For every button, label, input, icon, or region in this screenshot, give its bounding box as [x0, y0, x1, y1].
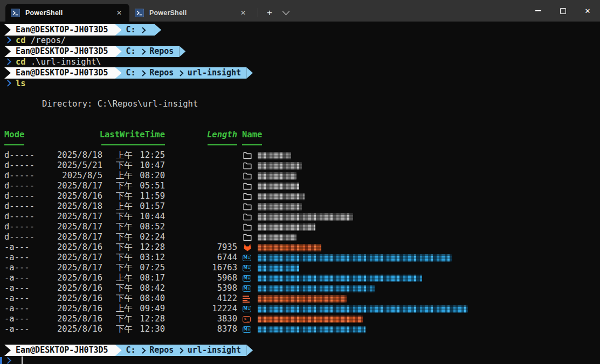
- meridiem-cell: 上午: [102, 201, 133, 212]
- prompt-chevron-icon: [4, 80, 11, 87]
- time-cell: 10:44: [133, 212, 165, 222]
- text-cursor: [22, 356, 23, 364]
- path-separator-chevron-icon: [178, 347, 184, 353]
- time-cell: 08:52: [133, 222, 165, 232]
- tab-powershell-inactive[interactable]: PowerShell ✕: [129, 4, 253, 22]
- length-cell: 16763: [165, 263, 237, 273]
- close-button[interactable]: ✕: [575, 0, 600, 22]
- tab-powershell-active[interactable]: PowerShell ✕: [5, 4, 129, 22]
- redacted-name: [258, 264, 299, 272]
- date-cell: 2025/8/16: [54, 304, 102, 314]
- file-icon-cell: [237, 172, 258, 180]
- mode-cell: -a---: [4, 283, 54, 293]
- terminal-window: PowerShell ✕ PowerShell ✕ + ✕ Ean@DESKTO…: [0, 0, 600, 364]
- redacted-name: [258, 183, 299, 190]
- directory-row: d-----2025/8/17下午05:51: [4, 181, 600, 191]
- time-cell: 12:28: [133, 242, 165, 253]
- redacted-name: [258, 295, 347, 303]
- mode-cell: -a---: [4, 314, 54, 324]
- command-text: cd: [16, 36, 26, 45]
- command-text: ls: [16, 79, 26, 88]
- powerline-arrow: [115, 24, 122, 36]
- powershell-icon: [135, 9, 144, 17]
- date-cell: 2025/8/17: [54, 263, 102, 273]
- powerline-arrow-end: [155, 24, 161, 36]
- length-cell: 5968: [165, 273, 237, 283]
- tab-close-icon[interactable]: ✕: [237, 7, 249, 19]
- markdown-icon: M↓: [243, 265, 251, 271]
- date-cell: 2025/8/17: [54, 232, 102, 242]
- mode-cell: d-----: [4, 222, 54, 232]
- date-cell: 2025/8/16: [54, 242, 102, 253]
- file-row: -a---2025/8/17下午03:126744M↓: [4, 253, 600, 263]
- mode-cell: d-----: [4, 160, 54, 171]
- meridiem-cell: 下午: [102, 314, 133, 324]
- new-tab-button[interactable]: +: [261, 5, 278, 19]
- tab-title: PowerShell: [25, 9, 113, 17]
- maximize-button[interactable]: [550, 0, 575, 22]
- time-cell: 08:40: [133, 293, 165, 304]
- file-icon-cell: M↓: [237, 275, 258, 282]
- powerline-arrow: [115, 67, 122, 79]
- mode-cell: d-----: [4, 181, 54, 191]
- header-name: Name: [242, 130, 600, 140]
- time-cell: 08:42: [133, 283, 165, 293]
- powerline-notch: [4, 46, 11, 57]
- redacted-name: [258, 254, 452, 262]
- redacted-name: [258, 285, 375, 292]
- redacted-name: [258, 213, 353, 221]
- time-cell: 12:30: [133, 324, 165, 334]
- date-cell: 2025/8/17: [54, 222, 102, 232]
- tab-dropdown-button[interactable]: [278, 5, 294, 19]
- file-row: -a---2025/8/16下午08:425398M↓: [4, 283, 600, 293]
- meridiem-cell: 上午: [102, 273, 133, 283]
- listing-header-underline: [4, 140, 600, 150]
- command-text: cd: [16, 57, 26, 67]
- date-cell: 2025/8/17: [54, 253, 102, 263]
- length-cell: 5398: [165, 283, 237, 293]
- powerline-notch: [4, 67, 11, 79]
- meridiem-cell: 下午: [102, 293, 133, 304]
- file-icon-cell: M↓: [237, 285, 258, 292]
- file-icon-cell: [237, 223, 258, 231]
- prompt-bar: Ean@DESKTOP-JH0T3D5C:: [4, 24, 600, 36]
- mode-cell: -a---: [4, 324, 54, 334]
- prompt-user-segment: Ean@DESKTOP-JH0T3D5: [4, 345, 115, 356]
- markdown-icon: M↓: [243, 326, 251, 333]
- prompt-username: Ean@DESKTOP-JH0T3D5: [16, 345, 108, 355]
- chevron-down-icon: [282, 8, 289, 15]
- prompt-path-segment: C:Reposurl-insight: [115, 345, 247, 356]
- length-cell: 3830: [165, 314, 237, 324]
- terminal-screen[interactable]: Ean@DESKTOP-JH0T3D5C:cd /repos/Ean@DESKT…: [0, 22, 600, 361]
- file-icon-cell: M↓: [237, 326, 258, 333]
- prompt-path-item: C:: [126, 345, 136, 355]
- time-cell: 08:17: [133, 273, 165, 283]
- powerline-arrow-end: [246, 67, 253, 79]
- minimize-button[interactable]: [526, 0, 550, 22]
- left-edge-marker: [0, 357, 2, 364]
- mode-cell: d-----: [4, 171, 54, 181]
- file-icon-cell: [237, 202, 258, 211]
- prompt-path-item: Repos: [149, 46, 174, 57]
- powershell-icon: [11, 9, 20, 17]
- time-cell: 08:20: [133, 171, 165, 181]
- folder-icon: [243, 223, 252, 231]
- date-cell: 2025/8/16: [54, 324, 102, 334]
- file-row: -a---2025/8/16下午12:287935: [4, 242, 600, 253]
- blank-line: [4, 120, 600, 130]
- date-cell: 2025/8/16: [54, 273, 102, 283]
- mode-cell: -a---: [4, 263, 54, 273]
- header-lastwritetime: LastWriteTime: [54, 130, 165, 140]
- redacted-name: [258, 316, 363, 323]
- time-cell: 01:57: [133, 201, 165, 212]
- meridiem-cell: 下午: [102, 263, 133, 273]
- tab-close-icon[interactable]: ✕: [113, 7, 125, 19]
- name-cell: [258, 193, 600, 200]
- file-row: -a---2025/8/16下午08:404122: [4, 293, 600, 304]
- prompt-path-item: url-insight: [188, 345, 241, 355]
- directory-path-line: Directory: C:\Repos\url-insight: [4, 99, 600, 109]
- name-cell: [258, 254, 600, 262]
- redacted-name: [258, 234, 296, 241]
- tab-title: PowerShell: [149, 9, 237, 17]
- length-cell: 8378: [165, 324, 237, 334]
